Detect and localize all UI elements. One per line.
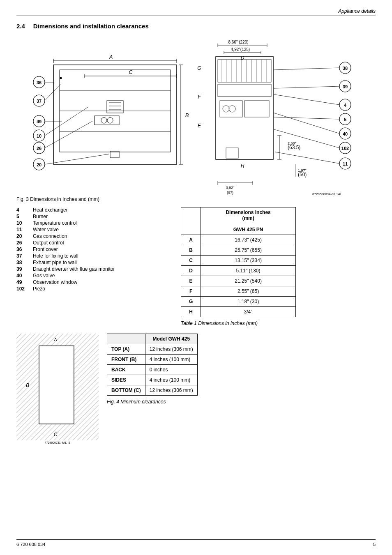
dim-row-label: H xyxy=(181,307,201,317)
legend-text: Draught diverter with flue gas monitor xyxy=(33,266,173,272)
svg-text:40: 40 xyxy=(343,131,348,136)
legend-text: Hole for fixing to wall xyxy=(33,253,173,259)
legend-item: 49Observation window xyxy=(16,279,173,285)
svg-text:F: F xyxy=(198,94,201,100)
svg-text:102: 102 xyxy=(341,146,349,151)
legend-text: Front cover xyxy=(33,246,173,252)
legend-item: 38Exhaust pipe to wall xyxy=(16,260,173,265)
clearance-row-value: 12 inches (306 mm) xyxy=(145,385,197,396)
svg-text:38: 38 xyxy=(343,66,348,71)
dim-table-row: D5.11" (130) xyxy=(181,266,296,276)
svg-line-31 xyxy=(45,84,60,101)
legend-num: 37 xyxy=(16,253,33,259)
dim-table-row: F2.55" (65) xyxy=(181,286,296,297)
legend-item: 26Output control xyxy=(16,240,173,246)
dim-row-label: G xyxy=(181,297,201,307)
legend-num: 38 xyxy=(16,260,33,265)
svg-text:4729600731-4AL-IS: 4729600731-4AL-IS xyxy=(45,441,71,444)
svg-text:A: A xyxy=(54,337,57,342)
legend-text: Observation window xyxy=(33,279,173,285)
legend-item: 37Hole for fixing to wall xyxy=(16,253,173,259)
svg-text:B: B xyxy=(185,112,189,118)
legend-num: 11 xyxy=(16,227,33,233)
legend-num: 49 xyxy=(16,279,33,285)
svg-line-93 xyxy=(274,86,339,88)
legend-item: 20Gas connection xyxy=(16,233,173,239)
svg-rect-68 xyxy=(218,84,271,97)
page: Appliance details 2.4 Dimensions and ins… xyxy=(0,0,392,555)
clearance-table-row: FRONT (B)4 inches (100 mm) xyxy=(107,355,198,365)
legend-num: 26 xyxy=(16,240,33,246)
legend-item: 10Temperature control xyxy=(16,220,173,226)
fig4-caption: Fig. 4 Minimum clearances xyxy=(107,399,376,405)
svg-line-102 xyxy=(274,113,339,134)
clearance-row-label: SIDES xyxy=(107,375,145,385)
clearance-row-label: BOTTOM (C) xyxy=(107,385,145,396)
svg-rect-57 xyxy=(218,60,271,82)
legend-item: 39Draught diverter with flue gas monitor xyxy=(16,266,173,272)
svg-line-105 xyxy=(274,129,339,148)
svg-text:A: A xyxy=(109,54,113,60)
dim-table-row: G1.18" (30) xyxy=(181,297,296,307)
section-number: 2.4 xyxy=(16,23,25,30)
dim-row-value: 1.18" (30) xyxy=(201,297,296,307)
dim-table-col: Dimensions inches (mm) GWH 425 PN A16.73… xyxy=(181,207,296,326)
legend-num: 4 xyxy=(16,207,33,213)
legend-text: Exhaust pipe to wall xyxy=(33,260,173,265)
legend-num: 20 xyxy=(16,233,33,239)
legend-text: Gas connection xyxy=(33,233,173,239)
diagram-left: A C B xyxy=(16,37,189,189)
svg-text:B: B xyxy=(26,382,29,388)
svg-point-71 xyxy=(223,106,229,112)
legend-num: 36 xyxy=(16,246,33,252)
svg-point-72 xyxy=(229,106,235,112)
clearance-row-label: FRONT (B) xyxy=(107,355,145,365)
legend-item: 11Water valve xyxy=(16,227,173,233)
dim-row-label: B xyxy=(181,245,201,256)
clearance-table-wrap: Model GWH 425 TOP (A)12 inches (306 mm)F… xyxy=(107,334,376,449)
svg-text:49: 49 xyxy=(37,119,42,124)
dim-row-label: E xyxy=(181,276,201,286)
left-diagram-svg: A C B xyxy=(16,37,189,189)
dim-row-label: A xyxy=(181,235,201,245)
dim-table-empty-header xyxy=(181,207,201,235)
dim-row-value: 3/4" xyxy=(201,307,296,317)
svg-text:8,66" (220): 8,66" (220) xyxy=(228,40,248,44)
svg-point-25 xyxy=(60,77,62,79)
svg-text:(63.5): (63.5) xyxy=(288,145,300,150)
legend-num: 39 xyxy=(16,266,33,272)
clearance-row-value: 12 inches (306 mm) xyxy=(145,344,197,355)
dim-row-label: D xyxy=(181,266,201,276)
svg-text:36: 36 xyxy=(37,80,42,85)
legend-text: Temperature control xyxy=(33,220,173,226)
legend-and-table-row: 4Heat exchanger5Burner10Temperature cont… xyxy=(16,207,376,326)
svg-text:4,92"(125): 4,92"(125) xyxy=(231,47,250,52)
svg-line-108 xyxy=(275,152,339,164)
clearance-table: Model GWH 425 TOP (A)12 inches (306 mm)F… xyxy=(107,334,198,396)
legend-item: 102Piezo xyxy=(16,286,173,292)
svg-text:6720608034-01,1AL: 6720608034-01,1AL xyxy=(312,192,342,196)
dim-table: Dimensions inches (mm) GWH 425 PN A16.73… xyxy=(181,207,296,317)
svg-text:(97): (97) xyxy=(227,191,233,195)
fig3-caption: Fig. 3 Dimensions in Inches and (mm) xyxy=(16,196,376,202)
clearance-header-model: Model GWH 425 xyxy=(145,334,197,344)
svg-line-99 xyxy=(274,117,339,119)
dim-row-value: 25.75" (655) xyxy=(201,245,296,256)
dim-header2: GWH 425 PN xyxy=(233,227,263,233)
clearance-table-body: TOP (A)12 inches (306 mm)FRONT (B)4 inch… xyxy=(107,344,198,396)
legend-items: 4Heat exchanger5Burner10Temperature cont… xyxy=(16,207,173,292)
svg-rect-112 xyxy=(74,334,99,440)
dim-table-body: A16.73" (425)B25.75" (655)C13.15" (334)D… xyxy=(181,235,296,317)
legend-num: 10 xyxy=(16,220,33,226)
svg-rect-70 xyxy=(244,101,269,117)
clearance-row-label: BACK xyxy=(107,365,145,375)
clearance-fig: B C A 4729600731-4AL-IS xyxy=(16,334,99,449)
dim-row-label: F xyxy=(181,286,201,297)
dim-table-row: B25.75" (655) xyxy=(181,245,296,256)
legend-text: Heat exchanger xyxy=(33,207,173,213)
dim-row-label: C xyxy=(181,256,201,266)
svg-text:3,82": 3,82" xyxy=(226,186,235,190)
svg-text:G: G xyxy=(197,65,201,71)
clearance-row-label: TOP (A) xyxy=(107,344,145,355)
header-title: Appliance details xyxy=(338,8,376,14)
